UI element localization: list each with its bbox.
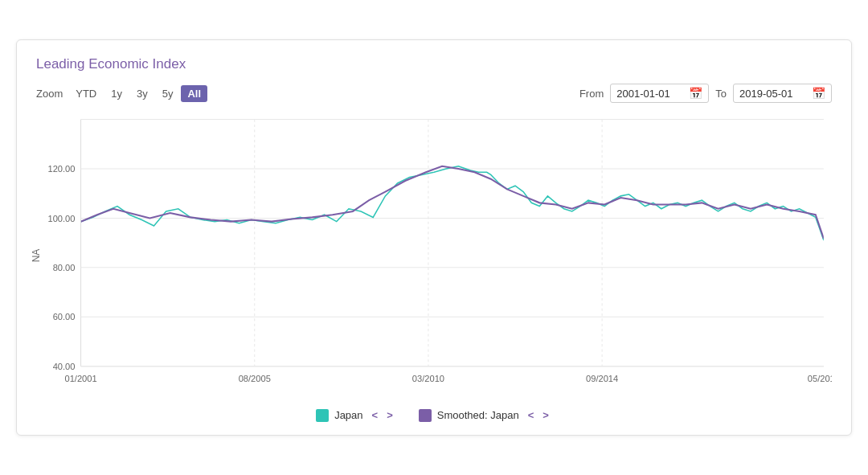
toolbar: Zoom YTD 1y 3y 5y All From 📅 To 📅: [36, 84, 832, 103]
zoom-5y[interactable]: 5y: [156, 85, 180, 102]
svg-text:09/2014: 09/2014: [586, 373, 618, 383]
from-date-input[interactable]: [616, 88, 685, 100]
svg-text:100.00: 100.00: [48, 213, 76, 223]
smoothed-label: Smoothed: Japan: [437, 409, 519, 421]
zoom-1y[interactable]: 1y: [104, 85, 129, 102]
japan-prev-button[interactable]: <: [369, 408, 382, 422]
svg-text:80.00: 80.00: [53, 263, 76, 272]
zoom-ytd[interactable]: YTD: [69, 85, 103, 102]
svg-text:40.00: 40.00: [53, 362, 76, 371]
legend-item-japan: Japan < >: [316, 408, 396, 422]
from-date-wrap: 📅: [610, 84, 709, 103]
zoom-all[interactable]: All: [181, 85, 207, 102]
to-date-wrap: 📅: [733, 84, 832, 103]
legend-item-smoothed: Smoothed: Japan < >: [419, 408, 552, 422]
svg-text:05/2019: 05/2019: [808, 373, 832, 383]
chart-svg: 40.00 60.00 80.00 100.00 120.00 01/2001 …: [36, 111, 832, 400]
date-group: From 📅 To 📅: [579, 84, 832, 103]
zoom-3y[interactable]: 3y: [130, 85, 154, 102]
zoom-group: Zoom YTD 1y 3y 5y All: [36, 85, 207, 102]
to-label: To: [715, 88, 727, 100]
from-calendar-icon[interactable]: 📅: [689, 87, 702, 100]
legend: Japan < > Smoothed: Japan < >: [36, 408, 832, 422]
smoothed-nav: < >: [525, 408, 552, 422]
to-date-input[interactable]: [739, 88, 808, 100]
zoom-label: Zoom: [36, 88, 63, 100]
y-axis-label: NA: [31, 249, 42, 263]
smoothed-prev-button[interactable]: <: [525, 408, 538, 422]
svg-text:03/2010: 03/2010: [412, 373, 444, 383]
japan-nav: < >: [369, 408, 396, 422]
japan-swatch: [316, 409, 329, 422]
svg-text:120.00: 120.00: [48, 164, 76, 174]
to-calendar-icon[interactable]: 📅: [812, 87, 825, 100]
svg-text:01/2001: 01/2001: [64, 373, 96, 383]
svg-text:60.00: 60.00: [53, 312, 76, 321]
main-card: Leading Economic Index Zoom YTD 1y 3y 5y…: [16, 39, 852, 436]
japan-next-button[interactable]: >: [383, 408, 396, 422]
from-label: From: [579, 88, 604, 100]
svg-rect-0: [81, 120, 824, 366]
japan-label: Japan: [334, 409, 362, 421]
smoothed-swatch: [419, 409, 432, 422]
smoothed-next-button[interactable]: >: [539, 408, 552, 422]
svg-text:08/2005: 08/2005: [239, 373, 271, 383]
chart-title: Leading Economic Index: [36, 56, 832, 72]
chart-area: NA 40.00 60.00 80.00 100.00 1: [36, 111, 832, 400]
